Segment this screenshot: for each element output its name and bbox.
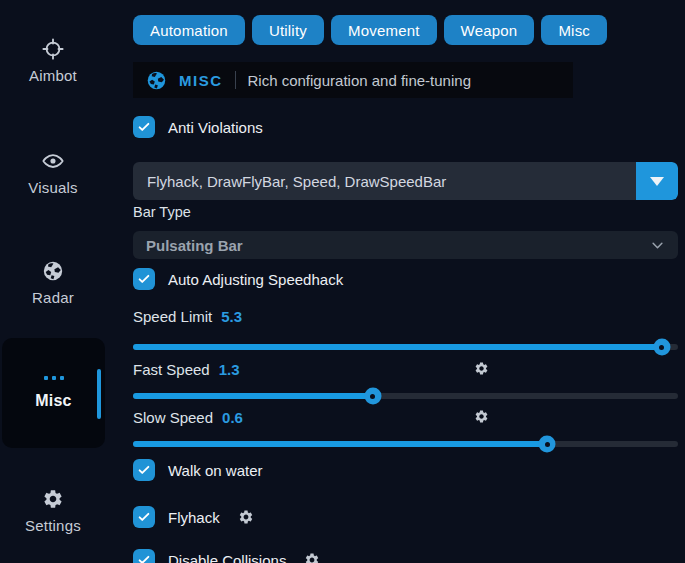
globe-icon	[146, 70, 167, 91]
sidebar-item-settings[interactable]: Settings	[0, 488, 106, 534]
active-indicator	[97, 369, 101, 419]
crosshair-icon	[42, 38, 64, 60]
tab-utility[interactable]: Utility	[252, 15, 324, 45]
speed-limit-slider	[133, 344, 678, 350]
bar-type-value: Pulsating Bar	[146, 237, 243, 254]
bar-type-select[interactable]: Pulsating Bar	[133, 231, 678, 259]
tab-movement[interactable]: Movement	[331, 15, 437, 45]
app-window: Aimbot Visuals Radar Misc Settings Autom…	[0, 0, 685, 563]
fast-speed-gear-icon[interactable]	[474, 361, 489, 376]
flyhack-gear-icon[interactable]	[238, 509, 254, 525]
triangle-down-icon	[650, 177, 664, 186]
eye-icon	[42, 150, 64, 172]
sidebar-item-label: Settings	[25, 517, 81, 534]
disable-collisions-checkbox[interactable]	[133, 549, 155, 563]
features-value: Flyhack, DrawFlyBar, Speed, DrawSpeedBar	[133, 173, 636, 190]
flyhack-checkbox[interactable]	[133, 506, 155, 528]
main-panel: Automation Utility Movement Weapon Misc …	[133, 0, 678, 563]
anti-violations-label: Anti Violations	[168, 119, 263, 136]
features-dropdown-button[interactable]	[636, 162, 678, 200]
check-icon	[137, 272, 151, 286]
fast-speed-slider	[133, 393, 678, 399]
flyhack-label: Flyhack	[168, 509, 220, 526]
auto-adjusting-label: Auto Adjusting Speedhack	[168, 271, 343, 288]
check-icon	[137, 510, 151, 524]
fast-speed-label: Fast Speed	[133, 361, 210, 378]
slider-track[interactable]	[133, 393, 678, 399]
disable-collisions-row: Disable Collisions	[133, 548, 320, 563]
sidebar-item-label: Aimbot	[29, 67, 77, 84]
slider-thumb[interactable]	[653, 339, 670, 356]
speed-limit-label: Speed Limit	[133, 308, 212, 325]
slow-speed-label: Slow Speed	[133, 409, 213, 426]
flyhack-row: Flyhack	[133, 505, 254, 529]
anti-violations-row: Anti Violations	[133, 115, 263, 139]
slow-speed-slider	[133, 441, 678, 447]
speed-limit-value: 5.3	[221, 308, 242, 325]
bar-type-label: Bar Type	[133, 204, 191, 220]
disable-collisions-label: Disable Collisions	[168, 552, 286, 563]
slow-speed-value: 0.6	[222, 409, 243, 426]
category-tabs: Automation Utility Movement Weapon Misc	[133, 15, 607, 45]
slider-track[interactable]	[133, 441, 678, 447]
tab-automation[interactable]: Automation	[133, 15, 245, 45]
check-icon	[137, 553, 151, 563]
fast-speed-label-row: Fast Speed 1.3	[133, 361, 678, 381]
section-subtitle: Rich configuration and fine-tuning	[248, 72, 471, 89]
ellipsis-icon	[44, 376, 64, 380]
features-multiselect[interactable]: Flyhack, DrawFlyBar, Speed, DrawSpeedBar	[133, 162, 678, 200]
speed-limit-label-row: Speed Limit 5.3	[133, 308, 678, 328]
walk-on-water-row: Walk on water	[133, 458, 262, 482]
slow-speed-label-row: Slow Speed 0.6	[133, 409, 678, 429]
slider-thumb[interactable]	[539, 436, 556, 453]
sidebar-item-label: Misc	[35, 392, 71, 410]
sidebar-item-label: Visuals	[28, 179, 77, 196]
section-title: MISC	[179, 72, 223, 89]
sidebar-item-misc[interactable]: Misc	[2, 338, 105, 448]
gear-icon	[42, 488, 64, 510]
sidebar-item-radar[interactable]: Radar	[0, 260, 106, 306]
chevron-down-icon	[650, 238, 665, 253]
sidebar: Aimbot Visuals Radar Misc Settings	[0, 0, 133, 563]
slider-fill	[133, 344, 662, 350]
disable-collisions-gear-icon[interactable]	[304, 552, 320, 563]
sidebar-item-aimbot[interactable]: Aimbot	[0, 38, 106, 84]
slow-speed-gear-icon[interactable]	[474, 409, 489, 424]
sidebar-item-visuals[interactable]: Visuals	[0, 150, 106, 196]
auto-adjusting-checkbox[interactable]	[133, 268, 155, 290]
slider-track[interactable]	[133, 344, 678, 350]
check-icon	[137, 120, 151, 134]
anti-violations-checkbox[interactable]	[133, 116, 155, 138]
section-header: MISC Rich configuration and fine-tuning	[133, 62, 573, 98]
tab-misc[interactable]: Misc	[541, 15, 607, 45]
fast-speed-value: 1.3	[219, 361, 240, 378]
divider	[235, 71, 236, 89]
walk-on-water-checkbox[interactable]	[133, 459, 155, 481]
slider-fill	[133, 441, 547, 447]
check-icon	[137, 463, 151, 477]
walk-on-water-label: Walk on water	[168, 462, 262, 479]
tab-weapon[interactable]: Weapon	[444, 15, 535, 45]
slider-fill	[133, 393, 373, 399]
sidebar-item-label: Radar	[32, 289, 74, 306]
auto-adjusting-row: Auto Adjusting Speedhack	[133, 267, 343, 291]
slider-thumb[interactable]	[364, 388, 381, 405]
globe-icon	[42, 260, 64, 282]
